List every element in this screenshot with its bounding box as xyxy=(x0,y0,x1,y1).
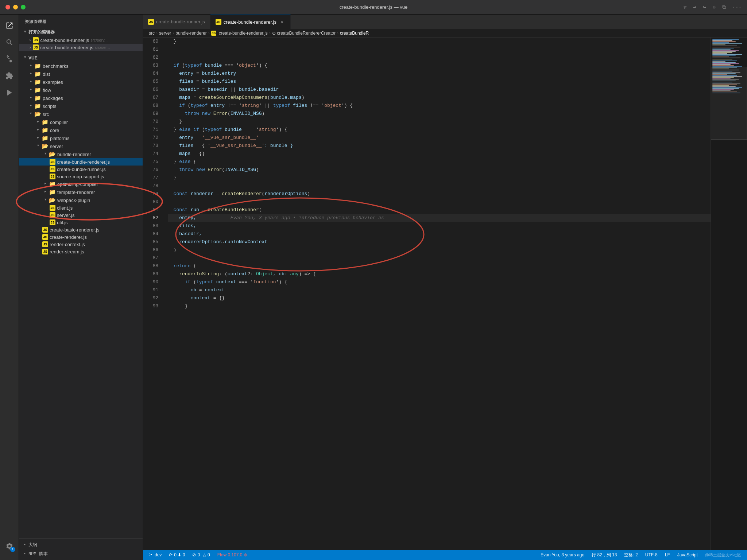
flow-status[interactable]: Flow 0.107.0 ⊗ xyxy=(216,552,249,558)
tree-dist[interactable]: 📁 dist xyxy=(19,70,143,78)
settings-icon[interactable]: ⊙ xyxy=(712,4,715,10)
cursor-position[interactable]: 行 82，列 13 xyxy=(590,551,618,559)
line-number-72: 72 xyxy=(143,134,158,142)
activity-run[interactable] xyxy=(1,85,18,101)
settings-badge: 1 xyxy=(10,547,15,552)
breadcrumb-creator[interactable]: ⊙ createBundleRendererCreator xyxy=(272,31,336,36)
activity-bar: 1 xyxy=(0,15,19,560)
tree-examples[interactable]: 📁 examples xyxy=(19,78,143,86)
tree-server[interactable]: 📂 server xyxy=(19,142,143,150)
git-user-status[interactable]: Evan You, 3 years ago xyxy=(539,552,586,558)
code-editor-container: 6061626364656667686970717273747576777879… xyxy=(143,38,747,550)
tree-render-context[interactable]: JS render-context.js xyxy=(19,241,143,248)
sync-icon[interactable]: ⇄ xyxy=(684,4,686,10)
breadcrumb-bundle-renderer[interactable]: bundle-renderer xyxy=(175,31,206,36)
tree-create-basic-renderer[interactable]: JS create-basic-renderer.js xyxy=(19,226,143,233)
tree-webpack-plugin[interactable]: 📂 webpack-plugin xyxy=(19,196,143,204)
tree-flow[interactable]: 📁 flow xyxy=(19,86,143,94)
indent-status[interactable]: 空格: 2 xyxy=(623,551,639,559)
render-stream-label: render-stream.js xyxy=(50,249,84,254)
tree-compiler[interactable]: 📁 compiler xyxy=(19,118,143,126)
activity-search[interactable] xyxy=(1,34,18,50)
tree-create-renderer[interactable]: JS create-renderer.js xyxy=(19,233,143,241)
tab-bundle-renderer[interactable]: JS create-bundle-renderer.js × xyxy=(210,15,291,29)
more-icon[interactable]: ··· xyxy=(732,4,742,10)
js-file-icon: JS xyxy=(33,37,39,43)
folder-flow-icon: 📁 xyxy=(34,87,41,93)
tree-benchmarks[interactable]: 📁 benchmarks xyxy=(19,62,143,70)
server-label: server xyxy=(50,144,63,149)
npm-section[interactable]: NPM 脚本 xyxy=(19,549,143,559)
flow-label: Flow 0.107.0 xyxy=(217,552,243,557)
breadcrumb-file[interactable]: create-bundle-renderer.js xyxy=(219,31,268,36)
code-line-60: } xyxy=(168,38,711,46)
breadcrumb-server[interactable]: server xyxy=(159,31,171,36)
outline-section[interactable]: 大纲 xyxy=(19,540,143,549)
error-status[interactable]: ⊘ 0 △ 0 xyxy=(191,552,211,558)
code-line-65: files = bundle.files xyxy=(168,78,711,86)
scripts-chevron xyxy=(28,103,34,109)
breadcrumb-create-bundler[interactable]: createBundleR xyxy=(340,31,369,36)
tree-source-map-support[interactable]: JS source-map-support.js xyxy=(19,173,143,180)
code-line-88: return { xyxy=(168,262,711,270)
minimize-button[interactable] xyxy=(13,5,18,9)
status-bar: dev ⟳ 0 ⬇ 0 ⊘ 0 △ 0 Flow 0.107.0 ⊗ xyxy=(143,550,747,560)
traffic-lights xyxy=(5,5,26,9)
tree-template-renderer[interactable]: 📁 template-renderer xyxy=(19,188,143,196)
js-file-icon-2: JS xyxy=(33,44,39,50)
breadcrumb-src[interactable]: src xyxy=(149,31,155,36)
tab-renderer-label: create-bundle-renderer.js xyxy=(224,19,276,25)
open-editors-header[interactable]: 打开的编辑器 xyxy=(19,28,143,36)
tree-create-bundle-renderer[interactable]: JS create-bundle-renderer.js xyxy=(19,158,143,166)
tree-render-stream[interactable]: JS render-stream.js xyxy=(19,248,143,255)
outline-label: 大纲 xyxy=(28,542,37,548)
tab-bundle-runner[interactable]: JS create-bundle-runner.js xyxy=(143,15,210,29)
tree-platforms[interactable]: 📁 platforms xyxy=(19,134,143,142)
maximize-button[interactable] xyxy=(21,5,26,9)
git-branch[interactable]: dev xyxy=(147,552,163,558)
examples-chevron xyxy=(28,79,34,85)
sidebar-content[interactable]: 打开的编辑器 × JS create-bundle-runner.js src/… xyxy=(19,27,143,538)
line-number-92: 92 xyxy=(143,294,158,302)
tree-util-js[interactable]: JS util.js xyxy=(19,219,143,226)
minimap xyxy=(711,38,747,550)
tree-scripts[interactable]: 📁 scripts xyxy=(19,102,143,110)
sync-status[interactable]: ⟳ 0 ⬇ 0 xyxy=(167,552,186,558)
split-icon[interactable]: ⧉ xyxy=(722,4,726,10)
code-content[interactable]: } if (typeof bundle === 'object') { entr… xyxy=(162,38,711,550)
js-icon-util: JS xyxy=(50,219,55,225)
tree-core[interactable]: 📁 core xyxy=(19,126,143,134)
tree-server-js[interactable]: JS server.js xyxy=(19,211,143,219)
activity-settings[interactable]: 1 xyxy=(1,538,18,554)
code-line-81: const run = createBundleRunner( xyxy=(168,206,711,214)
tree-packages[interactable]: 📁 packages xyxy=(19,94,143,102)
open-file-runner[interactable]: × JS create-bundle-runner.js src/serv... xyxy=(19,36,143,44)
vue-section-header[interactable]: VUE xyxy=(19,54,143,62)
tree-src[interactable]: 📂 src xyxy=(19,110,143,118)
platforms-label: platforms xyxy=(50,136,69,141)
js-icon-cbr2: JS xyxy=(42,227,48,233)
tab-renderer-close[interactable]: × xyxy=(279,19,285,25)
open-file-renderer[interactable]: × JS create-bundle-renderer.js src/ser..… xyxy=(19,44,143,51)
back-icon[interactable]: ↩ xyxy=(693,4,696,10)
activity-explorer[interactable] xyxy=(1,18,18,34)
activity-extensions[interactable] xyxy=(1,68,18,84)
encoding-status[interactable]: UTF-8 xyxy=(644,552,659,558)
code-line-85: rendererOptions.runInNewContext xyxy=(168,238,711,246)
activity-source-control[interactable] xyxy=(1,51,18,67)
close-button[interactable] xyxy=(5,5,10,9)
language-status[interactable]: JavaScript xyxy=(676,552,699,558)
code-line-77: } xyxy=(168,174,711,182)
breadcrumb-sep5: › xyxy=(337,31,338,36)
tree-client-js[interactable]: JS client.js xyxy=(19,204,143,211)
tree-bundle-renderer[interactable]: 📂 bundle-renderer xyxy=(19,150,143,158)
packages-chevron xyxy=(28,95,34,101)
forward-icon[interactable]: ↪ xyxy=(703,4,706,10)
server-js-label: server.js xyxy=(57,213,74,218)
server-chevron xyxy=(35,143,41,149)
js-icon-server: JS xyxy=(50,212,55,218)
tree-optimizing-compiler[interactable]: 📁 optimizing-compiler xyxy=(19,180,143,188)
breadcrumb: src › server › bundle-renderer › JS crea… xyxy=(143,29,747,38)
tree-create-bundle-runner[interactable]: JS create-bundle-runner.js xyxy=(19,166,143,173)
line-ending-status[interactable]: LF xyxy=(663,552,671,558)
